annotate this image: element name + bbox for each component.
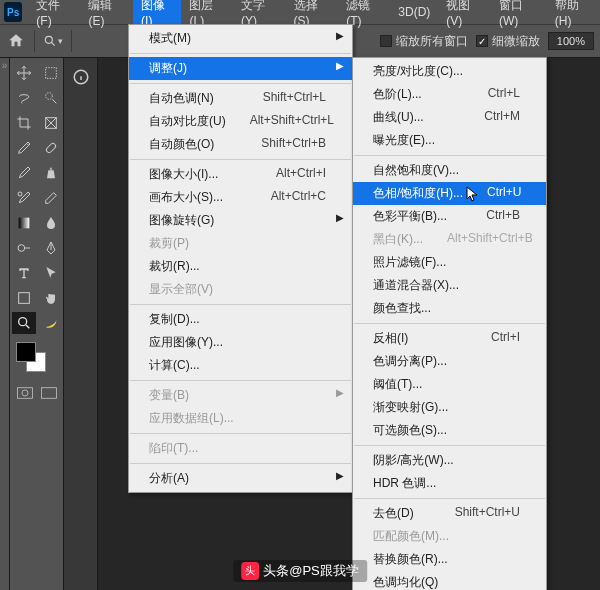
home-icon[interactable] — [6, 31, 26, 51]
menu-color-lookup[interactable]: 颜色查找... — [353, 297, 546, 320]
menu-levels[interactable]: 色阶(L)...Ctrl+L — [353, 83, 546, 106]
menu-3d[interactable]: 3D(D) — [390, 2, 438, 22]
menu-posterize[interactable]: 色调分离(P)... — [353, 350, 546, 373]
separator — [354, 155, 545, 156]
color-swatches[interactable] — [12, 342, 61, 378]
toutiao-icon: 头 — [241, 562, 259, 580]
menu-auto-tone[interactable]: 自动色调(N)Shift+Ctrl+L — [129, 87, 352, 110]
separator — [130, 159, 351, 160]
menu-canvas-size[interactable]: 画布大小(S)...Alt+Ctrl+C — [129, 186, 352, 209]
clone-tool-icon[interactable] — [39, 162, 63, 184]
toolbox — [10, 58, 64, 590]
menu-hdr-toning[interactable]: HDR 色调... — [353, 472, 546, 495]
menu-brightness-contrast[interactable]: 亮度/对比度(C)... — [353, 60, 546, 83]
menu-shadows-highlights[interactable]: 阴影/高光(W)... — [353, 449, 546, 472]
history-brush-tool-icon[interactable] — [12, 187, 36, 209]
move-tool-icon[interactable] — [12, 62, 36, 84]
menu-hue-saturation[interactable]: 色相/饱和度(H)...Ctrl+U — [353, 182, 546, 205]
menu-equalize[interactable]: 色调均化(Q) — [353, 571, 546, 590]
menu-photo-filter[interactable]: 照片滤镜(F)... — [353, 251, 546, 274]
menu-match-color: 匹配颜色(M)... — [353, 525, 546, 548]
type-tool-icon[interactable] — [12, 262, 36, 284]
menu-analysis[interactable]: 分析(A)▶ — [129, 467, 352, 490]
path-select-tool-icon[interactable] — [39, 262, 63, 284]
menu-auto-color[interactable]: 自动颜色(O)Shift+Ctrl+B — [129, 133, 352, 156]
menu-image-size[interactable]: 图像大小(I)...Alt+Ctrl+I — [129, 163, 352, 186]
scrubby-zoom-checkbox[interactable]: ✓ 细微缩放 — [476, 33, 540, 50]
menu-desaturate[interactable]: 去色(D)Shift+Ctrl+U — [353, 502, 546, 525]
separator — [354, 498, 545, 499]
menu-exposure[interactable]: 曝光度(E)... — [353, 129, 546, 152]
collapse-strip[interactable]: » — [0, 58, 10, 590]
svg-rect-6 — [19, 218, 30, 229]
separator — [34, 30, 35, 52]
menu-variables: 变量(B)▶ — [129, 384, 352, 407]
quick-select-tool-icon[interactable] — [39, 87, 63, 109]
menu-invert[interactable]: 反相(I)Ctrl+I — [353, 327, 546, 350]
shape-tool-icon[interactable] — [12, 287, 36, 309]
menu-auto-contrast[interactable]: 自动对比度(U)Alt+Shift+Ctrl+L — [129, 110, 352, 133]
svg-point-0 — [45, 36, 52, 43]
menu-curves[interactable]: 曲线(U)...Ctrl+M — [353, 106, 546, 129]
gradient-tool-icon[interactable] — [12, 212, 36, 234]
foreground-swatch[interactable] — [16, 342, 36, 362]
menu-image-rotation[interactable]: 图像旋转(G)▶ — [129, 209, 352, 232]
svg-rect-8 — [19, 293, 30, 304]
menu-mode[interactable]: 模式(M)▶ — [129, 27, 352, 50]
menu-duplicate[interactable]: 复制(D)... — [129, 308, 352, 331]
menu-channel-mixer[interactable]: 通道混合器(X)... — [353, 274, 546, 297]
healing-tool-icon[interactable] — [39, 137, 63, 159]
dodge-tool-icon[interactable] — [12, 237, 36, 259]
zoom-all-windows-checkbox[interactable]: 缩放所有窗口 — [380, 33, 468, 50]
separator — [71, 30, 72, 52]
screenmode-icon[interactable] — [40, 386, 58, 400]
image-menu-dropdown: 模式(M)▶ 调整(J)▶ 自动色调(N)Shift+Ctrl+L 自动对比度(… — [128, 24, 353, 493]
svg-rect-4 — [45, 142, 56, 153]
separator — [130, 83, 351, 84]
svg-rect-12 — [42, 388, 57, 399]
menu-selective-color[interactable]: 可选颜色(S)... — [353, 419, 546, 442]
menu-file[interactable]: 文件(F) — [28, 0, 80, 31]
banana-icon[interactable] — [39, 312, 63, 334]
panel-dock — [64, 58, 98, 590]
checkbox-icon: ✓ — [476, 35, 488, 47]
zoom-value-field[interactable]: 100% — [548, 32, 594, 50]
eraser-tool-icon[interactable] — [39, 187, 63, 209]
menu-color-balance[interactable]: 色彩平衡(B)...Ctrl+B — [353, 205, 546, 228]
menu-adjustments[interactable]: 调整(J)▶ — [129, 57, 352, 80]
zoom-tool-icon[interactable]: ▾ — [43, 31, 63, 51]
separator — [354, 323, 545, 324]
menu-window[interactable]: 窗口(W) — [491, 0, 547, 31]
menu-view[interactable]: 视图(V) — [438, 0, 491, 31]
menu-edit[interactable]: 编辑(E) — [80, 0, 133, 31]
zoom-tool-icon[interactable] — [12, 312, 36, 334]
watermark: 头 头条@PS跟我学 — [233, 560, 367, 582]
marquee-tool-icon[interactable] — [39, 62, 63, 84]
menu-trim[interactable]: 裁切(R)... — [129, 255, 352, 278]
blur-tool-icon[interactable] — [39, 212, 63, 234]
hand-tool-icon[interactable] — [39, 287, 63, 309]
brush-tool-icon[interactable] — [12, 162, 36, 184]
menu-apply-image[interactable]: 应用图像(Y)... — [129, 331, 352, 354]
menu-vibrance[interactable]: 自然饱和度(V)... — [353, 159, 546, 182]
menu-black-white: 黑白(K)...Alt+Shift+Ctrl+B — [353, 228, 546, 251]
eyedropper-tool-icon[interactable] — [12, 137, 36, 159]
frame-tool-icon[interactable] — [39, 112, 63, 134]
menu-apply-dataset: 应用数据组(L)... — [129, 407, 352, 430]
menu-crop: 裁剪(P) — [129, 232, 352, 255]
menu-gradient-map[interactable]: 渐变映射(G)... — [353, 396, 546, 419]
menu-help[interactable]: 帮助(H) — [547, 0, 600, 31]
pen-tool-icon[interactable] — [39, 237, 63, 259]
zoom-all-label: 缩放所有窗口 — [396, 33, 468, 50]
svg-point-5 — [18, 192, 22, 196]
quickmask-icon[interactable] — [16, 386, 34, 400]
svg-point-7 — [18, 245, 25, 252]
info-panel-icon[interactable] — [68, 64, 94, 90]
svg-rect-10 — [18, 388, 33, 399]
menu-threshold[interactable]: 阈值(T)... — [353, 373, 546, 396]
menu-replace-color[interactable]: 替换颜色(R)... — [353, 548, 546, 571]
crop-tool-icon[interactable] — [12, 112, 36, 134]
lasso-tool-icon[interactable] — [12, 87, 36, 109]
menu-calculations[interactable]: 计算(C)... — [129, 354, 352, 377]
menu-reveal-all: 显示全部(V) — [129, 278, 352, 301]
